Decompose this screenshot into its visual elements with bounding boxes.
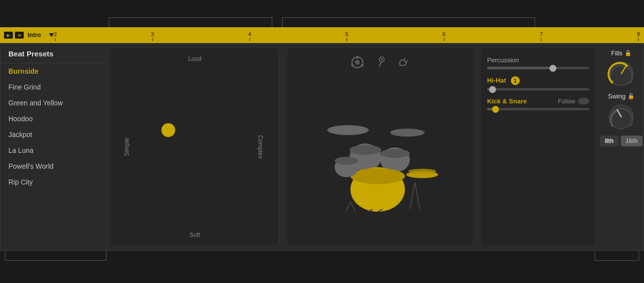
swing-lock-icon[interactable]: 🔓 [628, 93, 635, 99]
timeline-label: Intro [28, 32, 41, 39]
svg-line-8 [404, 58, 405, 60]
sidebar-list: Burnside Fine Grind Green and Yellow Hoo… [0, 63, 106, 190]
sidebar-item-green-and-yellow[interactable]: Green and Yellow [0, 95, 106, 111]
bracket-bottom-right [594, 251, 639, 261]
svg-point-15 [349, 145, 381, 155]
percussion-slider[interactable] [487, 67, 589, 69]
fills-knob-group: Fills 🔓 [607, 49, 635, 88]
bracket-left [109, 17, 272, 27]
sidebar-item-hoodoo[interactable]: Hoodoo [0, 111, 106, 127]
kick-snare-label: Kick & Snare [487, 97, 527, 105]
svg-point-10 [327, 125, 369, 135]
svg-line-24 [410, 182, 415, 209]
swing-knob[interactable] [607, 103, 635, 131]
play-button[interactable]: ▶ [4, 32, 13, 39]
beat-pad-complex-label: Complex [256, 135, 263, 158]
kick-snare-slider[interactable] [487, 108, 589, 110]
ruler-mark-5: 5 [346, 31, 348, 41]
follow-toggle-switch[interactable] [578, 98, 589, 104]
swing-buttons: 8th 16th [600, 136, 643, 146]
hihat-slider[interactable] [487, 88, 589, 91]
kick-snare-row: Kick & Snare Follow [487, 97, 589, 105]
fills-knob[interactable] [607, 60, 635, 88]
fills-lock-icon[interactable]: 🔓 [625, 50, 632, 56]
hihat-control: Hi-Hat 1 [487, 76, 589, 91]
ruler-mark-2: 2 [54, 31, 57, 41]
hihat-label: Hi-Hat 1 [487, 76, 589, 85]
hihat-thumb[interactable] [489, 86, 496, 93]
swing-label-row: Swing 🔓 [608, 93, 634, 100]
follow-toggle: Follow [558, 98, 589, 105]
sidebar: Beat Presets Burnside Fine Grind Green a… [0, 44, 107, 250]
sidebar-item-powells-world[interactable]: Powell's World [0, 158, 106, 174]
bottom-bracket [0, 251, 644, 278]
timeline[interactable]: ▶ ⇄ Intro 2 3 4 5 6 7 8 [0, 27, 644, 43]
beat-pad-soft-label: Soft [190, 232, 200, 238]
bracket-right [282, 17, 535, 27]
clap-icon [396, 55, 410, 69]
playhead [49, 33, 54, 37]
bracket-bottom-left [5, 251, 106, 261]
swing-label: Swing [608, 93, 625, 100]
percussion-fill [487, 67, 553, 69]
sidebar-item-fine-grind[interactable]: Fine Grind [0, 79, 106, 95]
percussion-control: Percussion [487, 56, 589, 69]
ruler-marks: 2 3 4 5 6 7 8 [54, 27, 640, 43]
sidebar-item-rip-city[interactable]: Rip City [0, 174, 106, 190]
svg-line-22 [346, 202, 350, 212]
svg-point-19 [350, 168, 405, 184]
hihat-badge: 1 [511, 76, 520, 85]
percussion-thumb[interactable] [549, 65, 556, 72]
swing-knob-group: Swing 🔓 8th 16th [600, 93, 643, 146]
svg-line-23 [350, 202, 355, 212]
drum-svg-area [295, 76, 465, 238]
swing-16th-button[interactable]: 16th [621, 136, 643, 146]
main-content: Beat Presets Burnside Fine Grind Green a… [0, 43, 644, 251]
ruler-mark-8: 8 [637, 31, 640, 41]
kick-snare-control: Kick & Snare Follow [487, 97, 589, 110]
sidebar-item-jackpot[interactable]: Jackpot [0, 127, 106, 142]
ruler-mark-4: 4 [248, 31, 251, 41]
controls-panel: Percussion Hi-Hat 1 Kick & Snare [481, 48, 595, 245]
tambourine-icon [350, 55, 364, 69]
sidebar-item-la-luna[interactable]: La Luna [0, 142, 106, 158]
svg-point-21 [335, 157, 358, 165]
swing-8th-button[interactable]: 8th [600, 136, 619, 146]
sidebar-header: Beat Presets [0, 44, 106, 63]
svg-line-7 [379, 62, 382, 66]
ruler-mark-6: 6 [443, 31, 446, 41]
svg-point-1 [355, 60, 360, 65]
drum-kit-svg [311, 103, 449, 212]
beat-pad-simple-label: Simple [123, 138, 130, 156]
svg-point-13 [408, 169, 436, 174]
svg-point-11 [390, 129, 425, 137]
drum-icons-row [295, 55, 465, 69]
follow-label: Follow [558, 98, 575, 105]
svg-point-3 [351, 64, 354, 67]
kick-snare-thumb[interactable] [492, 106, 499, 113]
svg-point-4 [361, 64, 364, 67]
timeline-ruler[interactable]: 2 3 4 5 6 7 8 [49, 27, 640, 43]
beat-pad[interactable]: Loud Soft Simple Complex [111, 48, 279, 245]
svg-line-9 [406, 61, 407, 62]
maraca-icon [373, 55, 387, 69]
loop-button[interactable]: ⇄ [15, 32, 24, 39]
timeline-controls: ▶ ⇄ [4, 32, 24, 39]
svg-point-2 [356, 56, 359, 59]
fills-label-row: Fills 🔓 [611, 49, 631, 57]
svg-point-6 [381, 58, 383, 60]
beat-dot[interactable] [161, 123, 175, 137]
svg-line-25 [415, 182, 420, 209]
ruler-mark-3: 3 [151, 31, 154, 41]
ruler-mark-7: 7 [540, 31, 543, 41]
sidebar-item-burnside[interactable]: Burnside [0, 63, 106, 79]
drum-area [287, 48, 473, 245]
beat-pad-loud-label: Loud [188, 55, 201, 62]
right-panel: Fills 🔓 Swing 🔓 [599, 44, 644, 250]
fills-label: Fills [611, 49, 622, 57]
percussion-label: Percussion [487, 56, 589, 64]
top-bracket [0, 0, 644, 27]
svg-point-17 [380, 149, 410, 158]
